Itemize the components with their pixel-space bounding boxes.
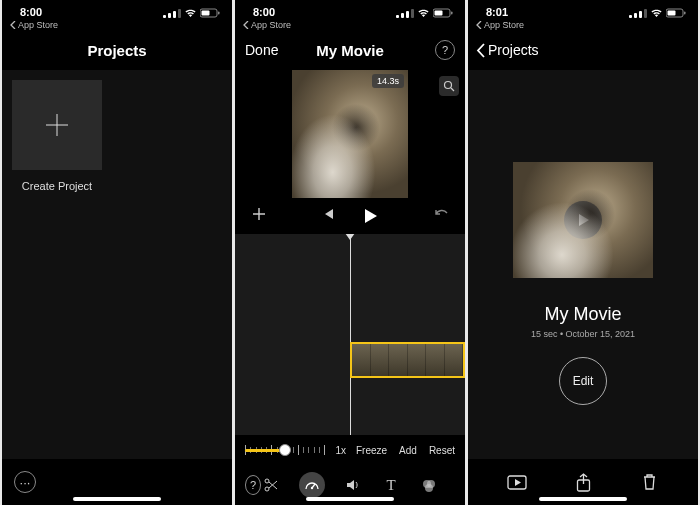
movie-title: My Movie [544,304,621,325]
more-button[interactable]: ··· [14,471,36,493]
status-bar: 8:01 [468,0,698,18]
video-preview[interactable]: 14.3s [235,70,465,198]
svg-point-6 [445,82,452,89]
svg-point-7 [265,479,269,483]
battery-icon [433,8,453,18]
svg-rect-2 [218,12,220,15]
svg-point-9 [311,487,313,489]
status-bar: 8:00 [235,0,465,18]
back-to-app-link[interactable]: App Store [468,18,698,30]
skip-back-icon [321,207,335,221]
svg-point-8 [265,487,269,491]
home-indicator[interactable] [73,497,161,501]
trash-icon [642,473,657,491]
magnifier-icon [443,80,455,92]
rewind-button[interactable] [321,207,335,225]
status-right [629,8,686,18]
zoom-button[interactable] [439,76,459,96]
projects-grid: Create Project [2,70,232,459]
play-icon [575,212,591,228]
cellular-icon [396,9,414,18]
clip-duration-badge: 14.3s [372,74,404,88]
wifi-icon [417,8,430,18]
svg-point-12 [425,484,433,492]
create-project-tile[interactable] [12,80,102,170]
playhead[interactable] [350,234,351,435]
reset-speed-button[interactable]: Reset [429,445,455,456]
screen-projects: 8:00 App Store Projects Create Project ·… [2,0,232,505]
screen-movie-detail: 8:01 App Store Projects My Movie 15 sec … [468,0,698,505]
movie-detail-body: My Movie 15 sec • October 15, 2021 Edit [468,70,698,459]
home-indicator[interactable] [306,497,394,501]
movie-subtitle: 15 sec • October 15, 2021 [531,329,635,339]
svg-rect-5 [451,12,453,15]
speed-tool[interactable] [299,472,325,498]
play-fullscreen-button[interactable] [506,471,528,493]
home-indicator[interactable] [539,497,627,501]
filters-icon [421,477,437,493]
back-to-app-link[interactable]: App Store [235,18,465,30]
help-button[interactable]: ? [245,475,261,495]
svg-rect-14 [668,11,676,16]
share-button[interactable] [572,471,594,493]
plus-icon [43,111,71,139]
freeze-button[interactable]: Freeze [356,445,387,456]
screen-editor: 8:00 App Store Done My Movie ? 14.3s [235,0,465,505]
plus-icon [251,206,267,222]
volume-icon [345,477,361,493]
back-to-app-link[interactable]: App Store [2,18,232,30]
nav-bar: Done My Movie ? [235,30,465,70]
help-button[interactable]: ? [435,40,455,60]
status-time: 8:01 [486,6,508,18]
battery-icon [200,8,220,18]
volume-tool[interactable] [343,475,363,495]
delete-button[interactable] [638,471,660,493]
editor-toolbar: ? T [235,465,465,505]
footer-bar [468,459,698,505]
preview-frame: 14.3s [292,70,408,198]
undo-button[interactable] [433,207,449,225]
filters-tool[interactable] [419,475,439,495]
status-right [163,8,220,18]
transport-bar [235,198,465,234]
cellular-icon [629,9,647,18]
movie-thumbnail[interactable] [513,162,653,278]
svg-rect-15 [684,12,686,15]
back-button[interactable]: Projects [476,30,539,70]
status-time: 8:00 [20,6,42,18]
create-project-label: Create Project [12,180,102,192]
status-right [396,8,453,18]
chevron-left-icon [476,43,485,58]
status-bar: 8:00 [2,0,232,18]
nav-bar: Projects [468,30,698,70]
play-rect-icon [507,475,527,490]
nav-title: My Movie [316,42,384,59]
add-speed-button[interactable]: Add [399,445,417,456]
nav-bar: Projects [2,30,232,70]
play-overlay[interactable] [564,201,602,239]
speed-control-bar: 1x Freeze Add Reset [235,435,465,465]
video-clip[interactable] [350,342,465,378]
nav-title: Projects [87,42,146,59]
scissors-icon [263,477,279,493]
edit-button[interactable]: Edit [559,357,607,405]
cellular-icon [163,9,181,18]
speed-slider-knob[interactable] [279,444,291,456]
scissors-tool[interactable] [261,475,281,495]
wifi-icon [184,8,197,18]
speed-slider[interactable] [245,442,325,458]
add-media-button[interactable] [251,206,267,226]
undo-icon [433,207,449,221]
text-tool[interactable]: T [381,475,401,495]
wifi-icon [650,8,663,18]
status-time: 8:00 [253,6,275,18]
done-button[interactable]: Done [245,30,278,70]
svg-rect-1 [202,11,210,16]
play-icon [361,207,379,225]
share-icon [576,473,591,492]
battery-icon [666,8,686,18]
timeline[interactable] [235,234,465,435]
speed-value: 1x [335,445,346,456]
play-button[interactable] [361,207,379,225]
svg-rect-4 [435,11,443,16]
